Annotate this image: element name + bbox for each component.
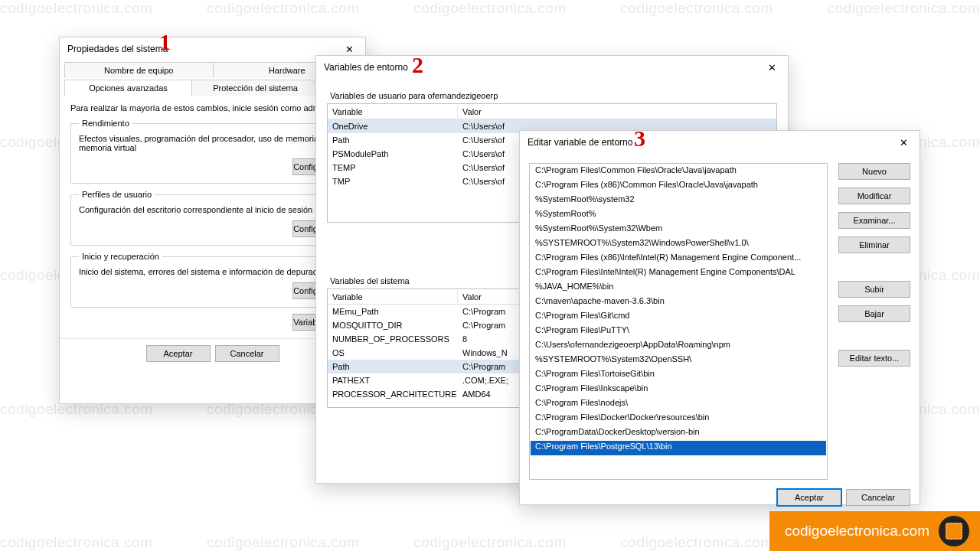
tab-advanced[interactable]: Opciones avanzadas <box>64 80 192 96</box>
dlg3-button-column: Nuevo Modificar Examinar... Eliminar Sub… <box>838 163 910 480</box>
close-icon[interactable]: ✕ <box>887 131 920 154</box>
path-entry[interactable]: %SystemRoot%\System32\Wbem <box>531 223 826 237</box>
list-header: Variable Valor <box>328 104 776 119</box>
delete-button[interactable]: Eliminar <box>838 236 910 253</box>
path-entry[interactable]: C:\Program Files\Common Files\Oracle\Jav… <box>531 165 826 179</box>
path-entry[interactable]: C:\Program Files\nodejs\ <box>531 397 826 412</box>
dlg1-cancel-button[interactable]: Cancelar <box>215 345 279 362</box>
path-entry[interactable]: C:\Program Files (x86)\Common Files\Orac… <box>531 179 826 194</box>
path-entry[interactable]: %SystemRoot% <box>531 208 826 223</box>
path-entry[interactable]: C:\ProgramData\DockerDesktop\version-bin <box>531 426 826 441</box>
new-button[interactable]: Nuevo <box>838 163 910 180</box>
path-entry[interactable]: %SYSTEMROOT%\System32\OpenSSH\ <box>531 354 826 368</box>
dlg3-ok-button[interactable]: Aceptar <box>777 489 841 506</box>
path-entry[interactable]: C:\maven\apache-maven-3.6.3\bin <box>531 295 826 310</box>
path-entry[interactable]: C:\Program Files\Intel\Intel(R) Manageme… <box>531 266 826 281</box>
path-entry[interactable]: %JAVA_HOME%\bin <box>531 281 826 295</box>
path-entry[interactable]: C:\Program Files\Inkscape\bin <box>531 383 826 397</box>
brand-chip-icon <box>939 516 969 546</box>
annotation-1: 1 <box>159 29 171 55</box>
dlg3-title: Editar variable de entorno <box>528 137 632 148</box>
path-entry[interactable]: C:\Users\ofernandezigeoerp\AppData\Roami… <box>531 339 826 354</box>
path-entry[interactable]: C:\Program Files\Git\cmd <box>531 310 826 324</box>
tab-computer-name[interactable]: Nombre de equipo <box>64 62 214 78</box>
brand-text: codigoelectronica.com <box>785 523 929 540</box>
close-icon[interactable]: ✕ <box>756 56 788 79</box>
admin-note: Para realizar la mayoría de estos cambio… <box>70 103 354 112</box>
path-entry[interactable]: %SystemRoot%\system32 <box>531 194 826 208</box>
dlg1-title: Propiedades del sistema <box>67 44 168 54</box>
move-up-button[interactable]: Subir <box>838 281 910 298</box>
dlg2-titlebar: Variables de entorno ✕ <box>316 56 788 79</box>
path-entries-list[interactable]: C:\Program Files\Common Files\Oracle\Jav… <box>529 163 828 480</box>
profiles-group: Perfiles de usuario Configuración del es… <box>70 190 354 246</box>
dlg3-cancel-button[interactable]: Cancelar <box>846 489 910 506</box>
path-entry[interactable]: C:\Program Files\PuTTY\ <box>531 324 826 339</box>
edit-text-button[interactable]: Editar texto... <box>838 350 910 367</box>
annotation-3: 3 <box>634 126 645 152</box>
startup-group: Inicio y recuperación Inicio del sistema… <box>70 252 354 308</box>
edit-button[interactable]: Modificar <box>838 187 910 204</box>
path-entry[interactable]: %SYSTEMROOT%\System32\WindowsPowerShell\… <box>531 237 826 252</box>
browse-button[interactable]: Examinar... <box>838 212 910 229</box>
annotation-2: 2 <box>412 52 423 78</box>
move-down-button[interactable]: Bajar <box>838 305 910 322</box>
path-entry[interactable]: C:\Program Files\PostgreSQL\13\bin <box>531 441 826 455</box>
dlg1-ok-button[interactable]: Aceptar <box>146 345 211 362</box>
edit-env-var-dialog: Editar variable de entorno ✕ C:\Program … <box>519 130 920 505</box>
user-vars-label: Variables de usuario para ofernandezigeo… <box>327 91 777 100</box>
dlg3-titlebar: Editar variable de entorno ✕ <box>520 131 920 154</box>
brand-corner: codigoelectronica.com <box>769 511 980 551</box>
performance-group: Rendimiento Efectos visuales, programaci… <box>70 119 354 184</box>
tab-protection[interactable]: Protección del sistema <box>191 80 319 96</box>
path-entry[interactable]: C:\Program Files (x86)\Intel\Intel(R) Ma… <box>531 252 826 266</box>
path-entry[interactable]: C:\Program Files\Docker\Docker\resources… <box>531 412 826 426</box>
dlg2-title: Variables de entorno <box>324 62 408 73</box>
path-entry[interactable]: C:\Program Files\TortoiseGit\bin <box>531 368 826 383</box>
